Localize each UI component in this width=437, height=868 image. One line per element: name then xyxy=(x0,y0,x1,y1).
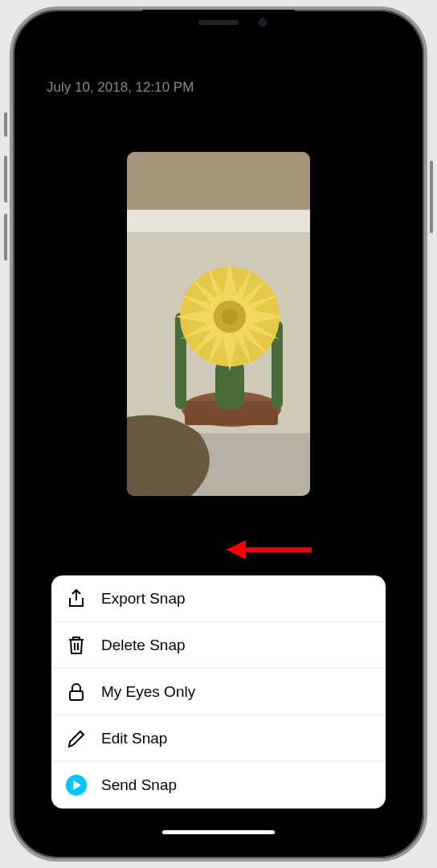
lock-icon xyxy=(66,682,87,702)
svg-point-12 xyxy=(222,309,238,325)
front-camera xyxy=(259,18,267,27)
speaker xyxy=(198,20,239,25)
action-menu: Export Snap Delete Snap xyxy=(51,575,386,809)
menu-item-label: Export Snap xyxy=(101,590,186,608)
svg-marker-16 xyxy=(227,540,246,559)
send-icon xyxy=(66,775,87,796)
export-snap-item[interactable]: Export Snap xyxy=(51,575,386,622)
svg-rect-13 xyxy=(70,691,83,700)
mute-switch xyxy=(4,113,7,137)
trash-icon xyxy=(66,635,87,656)
snap-photo[interactable] xyxy=(127,152,310,496)
edit-snap-item[interactable]: Edit Snap xyxy=(51,715,386,762)
menu-item-label: Delete Snap xyxy=(101,637,186,654)
power-button xyxy=(430,161,433,233)
delete-snap-item[interactable]: Delete Snap xyxy=(51,622,386,669)
timestamp-label: July 10, 2018, 12:10 PM xyxy=(47,80,194,96)
menu-item-label: Send Snap xyxy=(101,776,177,794)
my-eyes-only-item[interactable]: My Eyes Only xyxy=(51,669,386,715)
send-snap-item[interactable]: Send Snap xyxy=(51,762,386,809)
menu-item-label: My Eyes Only xyxy=(101,683,195,701)
export-icon xyxy=(66,588,87,609)
notch xyxy=(142,10,295,32)
screen: July 10, 2018, 12:10 PM xyxy=(29,27,408,841)
menu-item-label: Edit Snap xyxy=(101,730,167,747)
edit-icon xyxy=(66,728,87,749)
volume-up-button xyxy=(4,156,7,203)
phone-frame: July 10, 2018, 12:10 PM xyxy=(10,6,427,862)
annotation-arrow xyxy=(225,534,313,569)
home-indicator[interactable] xyxy=(162,830,275,834)
volume-down-button xyxy=(4,214,7,260)
